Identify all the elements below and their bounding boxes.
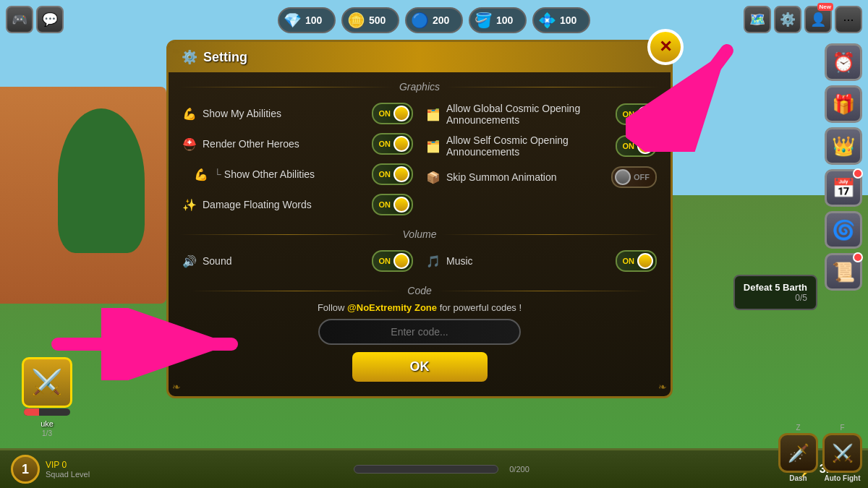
background-trees bbox=[58, 108, 145, 253]
sidebar-icon-vortex[interactable]: 🌀 bbox=[825, 211, 862, 249]
skip-summon-toggle[interactable]: OFF bbox=[611, 166, 657, 188]
currency-gem: 💎 100 bbox=[278, 7, 336, 33]
coin-icon: 🪙 bbox=[347, 12, 365, 29]
gem-icon: 💎 bbox=[284, 12, 302, 29]
auto-fight-button[interactable]: ⚔️ bbox=[822, 433, 862, 473]
damage-floating-toggle[interactable]: ON bbox=[372, 194, 414, 215]
toggle-circle-5 bbox=[637, 106, 653, 122]
setting-modal: ❧ ❧ ❧ ❧ ⚙️ Setting ✕ Graphics 💪 Show My … bbox=[166, 40, 673, 398]
squad-label: Squad Level bbox=[46, 470, 90, 479]
sidebar-icon-gift[interactable]: 🎁 bbox=[825, 85, 862, 123]
volume-left-col: 🔊 Sound ON bbox=[179, 246, 416, 276]
auto-fight-button-group: F ⚔️ Auto Fight bbox=[822, 424, 862, 482]
other-abilities-icon: 💪 bbox=[194, 168, 208, 181]
player-level: 1/3 bbox=[22, 429, 72, 437]
xp-bar-container: 0/200 bbox=[101, 465, 783, 474]
scroll-notification bbox=[853, 252, 863, 262]
setting-show-my-abilities: 💪 Show My Abilities ON bbox=[179, 98, 416, 129]
sidebar-icon-timer[interactable]: ⏰ bbox=[825, 43, 862, 81]
code-line-right bbox=[438, 291, 649, 291]
dash-button[interactable]: 🗡️ bbox=[778, 433, 818, 473]
section-line-right bbox=[446, 87, 660, 87]
code-section-header: Code bbox=[190, 285, 649, 296]
flame-value: 200 bbox=[433, 14, 449, 26]
setting-self-cosmic: 🗂️ Allow Self Cosmic Opening Announcemen… bbox=[423, 130, 660, 162]
code-line-left bbox=[190, 291, 401, 291]
setting-skip-summon: 📦 Skip Summon Animation OFF bbox=[423, 162, 660, 192]
new-badge: New bbox=[817, 3, 833, 11]
squad-text: VIP 0 Squad Level bbox=[46, 460, 90, 479]
show-other-abilities-toggle[interactable]: ON bbox=[372, 163, 414, 185]
global-cosmic-toggle[interactable]: ON bbox=[616, 103, 658, 125]
bottom-hud: 1 VIP 0 Squad Level 0/200 ⚡ 3.47 K bbox=[0, 448, 868, 488]
sidebar-icon-calendar[interactable]: 📅 bbox=[825, 169, 862, 207]
toggle-circle-3 bbox=[393, 166, 409, 182]
setting-damage-floating: ✨ Damage Floating Words ON bbox=[179, 189, 416, 220]
code-title: Code bbox=[407, 285, 431, 296]
toggle-circle-music bbox=[637, 253, 653, 269]
graphics-left-col: 💪 Show My Abilities ON ⛑️ Render Other H… bbox=[179, 98, 416, 220]
top-hud: 🎮 💬 💎 100 🪙 500 🔵 200 🪣 100 💠 100 🗺️ ⚙️ … bbox=[0, 0, 868, 40]
sidebar-icon-scroll[interactable]: 📜 bbox=[825, 253, 862, 291]
music-toggle[interactable]: ON bbox=[616, 250, 658, 272]
code-section: Code Follow @NoExtremity Zone for powerf… bbox=[169, 285, 671, 382]
skip-summon-label: Skip Summon Animation bbox=[446, 171, 605, 183]
profile-button[interactable]: 👤 New bbox=[804, 6, 832, 33]
action-buttons: Z 🗡️ Dash F ⚔️ Auto Fight bbox=[778, 424, 862, 482]
quest-label: Defeat 5 Barth bbox=[744, 282, 807, 293]
squad-info: 1 VIP 0 Squad Level bbox=[0, 455, 101, 484]
dash-label: Dash bbox=[789, 474, 807, 482]
toggle-circle-gray bbox=[615, 169, 631, 185]
setting-sound: 🔊 Sound ON bbox=[179, 246, 416, 276]
health-bar bbox=[24, 408, 70, 416]
sidebar-icon-crown[interactable]: 👑 bbox=[825, 127, 862, 165]
volume-right-col: 🎵 Music ON bbox=[423, 246, 660, 276]
show-my-abilities-toggle[interactable]: ON bbox=[372, 103, 414, 124]
graphics-section-header: Graphics bbox=[179, 81, 660, 93]
render-heroes-label: Render Other Heroes bbox=[203, 138, 366, 150]
toggle-circle-6 bbox=[637, 138, 653, 154]
code-channel: @NoExtremity Zone bbox=[347, 302, 437, 313]
sound-toggle[interactable]: ON bbox=[372, 250, 414, 272]
global-cosmic-label: Allow Global Cosmic Opening Announcement… bbox=[446, 103, 610, 126]
sound-icon: 🔊 bbox=[182, 254, 197, 268]
abilities-icon: 💪 bbox=[182, 107, 197, 121]
toggle-circle-4 bbox=[393, 197, 409, 213]
auto-fight-label: Auto Fight bbox=[825, 474, 861, 482]
close-button[interactable]: ✕ bbox=[647, 29, 684, 65]
modal-title-bar: ⚙️ Setting bbox=[169, 42, 671, 72]
damage-icon: ✨ bbox=[182, 198, 197, 212]
chat-button[interactable]: 💬 bbox=[36, 6, 64, 33]
cosmic-global-icon: 🗂️ bbox=[426, 108, 441, 121]
sound-label: Sound bbox=[203, 255, 366, 267]
toggle-circle-sound bbox=[393, 253, 409, 269]
gem-value: 100 bbox=[305, 14, 322, 26]
more-button[interactable]: ··· bbox=[835, 6, 862, 33]
volume-section: Volume 🔊 Sound ON 🎵 Music bbox=[169, 228, 671, 276]
dash-key: Z bbox=[796, 424, 800, 432]
code-input[interactable] bbox=[318, 319, 521, 345]
toggle-circle-2 bbox=[393, 136, 409, 152]
vip-label: VIP 0 bbox=[46, 460, 90, 470]
flame-icon: 🔵 bbox=[411, 12, 429, 29]
graphics-title: Graphics bbox=[399, 81, 440, 93]
self-cosmic-label: Allow Self Cosmic Opening Announcements bbox=[446, 134, 610, 158]
auto-fight-key: F bbox=[840, 424, 844, 432]
toggle-circle bbox=[393, 106, 409, 121]
modal-title: Setting bbox=[203, 50, 247, 65]
settings-button[interactable]: ⚙️ bbox=[774, 6, 801, 33]
level-badge: 1 bbox=[11, 455, 40, 484]
show-my-abilities-label: Show My Abilities bbox=[203, 108, 366, 119]
setting-show-other-abilities: 💪 Show Other Abilities ON bbox=[179, 159, 416, 189]
map-button[interactable]: 🗺️ bbox=[744, 6, 771, 33]
setting-global-cosmic: 🗂️ Allow Global Cosmic Opening Announcem… bbox=[423, 98, 660, 130]
volume-settings-grid: 🔊 Sound ON 🎵 Music ON bbox=[169, 246, 671, 276]
render-heroes-toggle[interactable]: ON bbox=[372, 133, 414, 155]
currency-coin: 🪙 500 bbox=[341, 7, 399, 33]
music-label: Music bbox=[446, 255, 610, 267]
self-cosmic-toggle[interactable]: ON bbox=[616, 135, 658, 157]
right-sidebar: ⏰ 🎁 👑 📅 🌀 📜 bbox=[825, 43, 862, 291]
menu-button[interactable]: 🎮 bbox=[6, 6, 33, 33]
ok-button[interactable]: OK bbox=[352, 352, 488, 382]
crystal-icon: 💠 bbox=[538, 12, 556, 29]
